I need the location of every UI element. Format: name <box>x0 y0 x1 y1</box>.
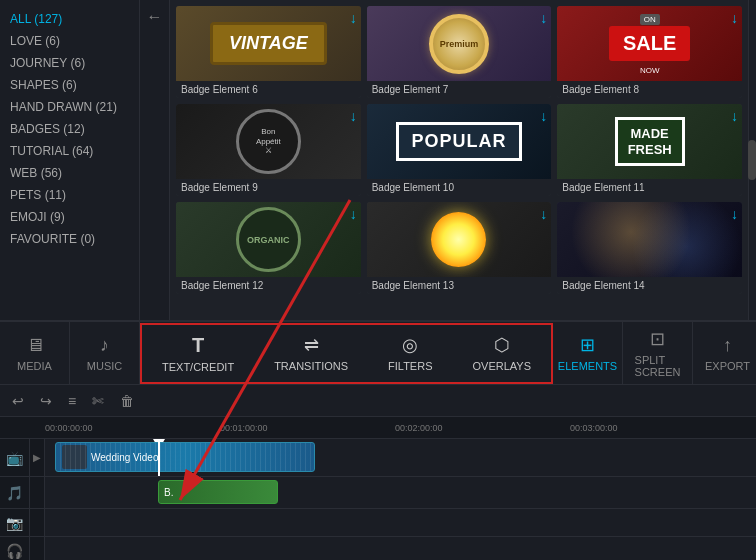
video-icon: 📺 <box>6 450 23 466</box>
track-icon-3: 📷 <box>0 509 30 536</box>
toolbar-filters[interactable]: ◎ FILTERS <box>368 325 452 382</box>
back-icon[interactable]: ← <box>147 8 163 26</box>
sidebar-item-emoji[interactable]: EMOJI (9) <box>0 206 139 228</box>
grid-label-badge7: Badge Element 7 <box>367 81 552 98</box>
download-icon-badge8[interactable]: ↓ <box>731 10 738 26</box>
category-sidebar: ALL (127) LOVE (6) JOURNEY (6) SHAPES (6… <box>0 0 140 320</box>
timeline-controls: ↩ ↪ ≡ ✄ 🗑 <box>0 385 756 417</box>
toolbar-export[interactable]: ↑ EXPORT <box>693 322 756 384</box>
timestamp-0: 00:00:00:00 <box>45 423 93 433</box>
download-icon-badge14[interactable]: ↓ <box>731 206 738 222</box>
toolbar-overlays[interactable]: ⬡ OVERLAYS <box>453 325 552 382</box>
sidebar-item-tutorial[interactable]: TUTORIAL (64) <box>0 140 139 162</box>
sidebar-item-handdrawn[interactable]: HAND DRAWN (21) <box>0 96 139 118</box>
grid-item-badge7[interactable]: Premium ↓ Badge Element 7 <box>367 6 552 98</box>
track-toggle-4[interactable] <box>30 537 45 560</box>
video-track-toggle[interactable]: ▶ <box>30 439 45 476</box>
video-track-icon: 📺 <box>0 439 30 476</box>
toolbar-filters-label: FILTERS <box>388 360 432 372</box>
sidebar-item-web[interactable]: WEB (56) <box>0 162 139 184</box>
sidebar-item-all[interactable]: ALL (127) <box>0 8 139 30</box>
audio-clip-label: B. <box>164 487 173 498</box>
video-track: 📺 ▶ Wedding Video <box>0 439 756 477</box>
music-icon: ♪ <box>100 335 109 356</box>
cut-button[interactable]: ✄ <box>88 391 108 411</box>
toolbar-media[interactable]: 🖥 MEDIA <box>0 322 70 384</box>
elements-icon: ⊞ <box>580 334 595 356</box>
scrollbar[interactable] <box>748 0 756 320</box>
clip-label: Wedding Video <box>91 452 158 463</box>
download-icon-badge12[interactable]: ↓ <box>350 206 357 222</box>
download-icon-badge6[interactable]: ↓ <box>350 10 357 26</box>
grid-label-badge13: Badge Element 13 <box>367 277 552 294</box>
toolbar-music-label: MUSIC <box>87 360 122 372</box>
grid-item-badge12[interactable]: ORGANIC ↓ Badge Element 12 <box>176 202 361 294</box>
text2-icon: 🎧 <box>6 543 23 559</box>
track-content-3 <box>45 509 756 536</box>
grid-label-badge12: Badge Element 12 <box>176 277 361 294</box>
undo-button[interactable]: ↩ <box>8 391 28 411</box>
download-icon-badge7[interactable]: ↓ <box>540 10 547 26</box>
toolbar-splitscreen[interactable]: ⊡ SPLIT SCREEN <box>623 322 693 384</box>
timeline: ↩ ↪ ≡ ✄ 🗑 00:00:00:00 00:01:00:00 00:02:… <box>0 385 756 560</box>
photo-icon: 📷 <box>6 515 23 531</box>
grid-container: VINTAGE ↓ Badge Element 6 Premium ↓ Badg… <box>176 6 742 294</box>
sidebar-item-badges[interactable]: BADGES (12) <box>0 118 139 140</box>
track-content-4 <box>45 537 756 560</box>
track-toggle-3[interactable] <box>30 509 45 536</box>
playhead[interactable] <box>158 439 160 476</box>
toolbar-elements-label: ELEMENTS <box>558 360 617 372</box>
highlighted-toolbar-group: T TEXT/CREDIT ⇌ TRANSITIONS ◎ FILTERS ⬡ … <box>140 323 553 384</box>
toolbar-media-label: MEDIA <box>17 360 52 372</box>
download-icon-badge11[interactable]: ↓ <box>731 108 738 124</box>
timeline-tracks: 📺 ▶ Wedding Video 🎵 B. <box>0 439 756 560</box>
sidebar-item-favourite[interactable]: FAVOURITE (0) <box>0 228 139 250</box>
grid-item-badge6[interactable]: VINTAGE ↓ Badge Element 6 <box>176 6 361 98</box>
toolbar-export-label: EXPORT <box>705 360 750 372</box>
download-icon-badge9[interactable]: ↓ <box>350 108 357 124</box>
grid-item-badge10[interactable]: POPULAR ↓ Badge Element 10 <box>367 104 552 196</box>
track-row-3: 📷 <box>0 509 756 537</box>
video-clip[interactable]: Wedding Video <box>55 442 315 472</box>
sidebar-item-shapes[interactable]: SHAPES (6) <box>0 74 139 96</box>
toolbar-transitions[interactable]: ⇌ TRANSITIONS <box>254 325 368 382</box>
grid-label-badge10: Badge Element 10 <box>367 179 552 196</box>
toolbar-text-label: TEXT/CREDIT <box>162 361 234 373</box>
toolbar-elements[interactable]: ⊞ ELEMENTS <box>553 322 623 384</box>
media-icon: 🖥 <box>26 335 44 356</box>
grid-item-badge8[interactable]: ON SALE NOW ↓ Badge Element 8 <box>557 6 742 98</box>
grid-label-badge8: Badge Element 8 <box>557 81 742 98</box>
audio-clip[interactable]: B. <box>158 480 278 504</box>
filters-icon: ◎ <box>402 334 418 356</box>
audio-track: 🎵 B. <box>0 477 756 509</box>
grid-item-badge13[interactable]: ↓ Badge Element 13 <box>367 202 552 294</box>
toolbar: 🖥 MEDIA ♪ MUSIC T TEXT/CREDIT ⇌ TRANSITI… <box>0 320 756 385</box>
grid-item-badge9[interactable]: BonAppétit⚔ ↓ Badge Element 9 <box>176 104 361 196</box>
delete-button[interactable]: 🗑 <box>116 391 138 411</box>
redo-button[interactable]: ↪ <box>36 391 56 411</box>
timeline-settings-button[interactable]: ≡ <box>64 391 80 411</box>
grid-label-badge6: Badge Element 6 <box>176 81 361 98</box>
download-icon-badge10[interactable]: ↓ <box>540 108 547 124</box>
toolbar-music[interactable]: ♪ MUSIC <box>70 322 140 384</box>
timeline-ruler: 00:00:00:00 00:01:00:00 00:02:00:00 00:0… <box>0 417 756 439</box>
audio-track-toggle[interactable] <box>30 477 45 508</box>
overlays-icon: ⬡ <box>494 334 510 356</box>
toolbar-overlays-label: OVERLAYS <box>473 360 532 372</box>
sidebar-item-pets[interactable]: PETS (11) <box>0 184 139 206</box>
track-row-4: 🎧 <box>0 537 756 560</box>
video-track-content: Wedding Video <box>45 439 756 476</box>
timestamp-3: 00:03:00:00 <box>570 423 618 433</box>
toolbar-transitions-label: TRANSITIONS <box>274 360 348 372</box>
elements-grid: VINTAGE ↓ Badge Element 6 Premium ↓ Badg… <box>170 0 748 320</box>
text-icon: T <box>192 334 204 357</box>
download-icon-badge13[interactable]: ↓ <box>540 206 547 222</box>
track-icon-4: 🎧 <box>0 537 30 560</box>
grid-item-badge14[interactable]: ↓ Badge Element 14 <box>557 202 742 294</box>
grid-label-badge11: Badge Element 11 <box>557 179 742 196</box>
timestamp-1: 00:01:00:00 <box>220 423 268 433</box>
toolbar-text[interactable]: T TEXT/CREDIT <box>142 325 254 382</box>
grid-item-badge11[interactable]: MADEFRESH ↓ Badge Element 11 <box>557 104 742 196</box>
sidebar-item-journey[interactable]: JOURNEY (6) <box>0 52 139 74</box>
sidebar-item-love[interactable]: LOVE (6) <box>0 30 139 52</box>
